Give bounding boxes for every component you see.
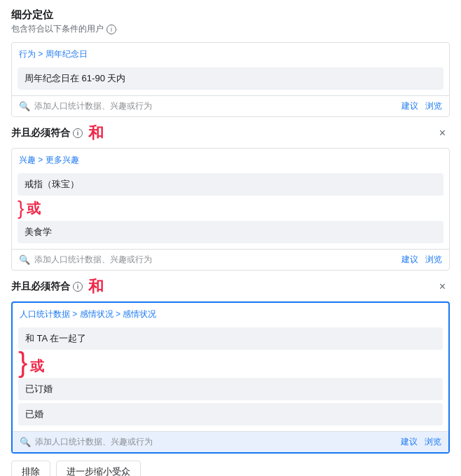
condition-block-1: 行为 > 周年纪念日 周年纪念日在 61-90 天内 🔍 添加人口统计数据、兴趣…	[11, 42, 450, 117]
or-label-2: 或	[27, 199, 41, 218]
narrow-button[interactable]: 进一步缩小受众	[56, 461, 141, 476]
tag-item-3c: 已婚	[18, 403, 443, 426]
tag-item-1: 周年纪念日在 61-90 天内	[18, 67, 443, 90]
search-actions-3: 建议 浏览	[401, 436, 441, 448]
search-icon-3: 🔍	[20, 437, 31, 447]
tag-section-3: 和 TA 在一起了 } 或 已订婚 已婚	[13, 323, 448, 431]
search-input-3[interactable]: 添加人口统计数据、兴趣或行为	[35, 436, 397, 448]
and-chinese-1: 和	[88, 123, 104, 144]
bottom-buttons: 排除 进一步缩小受众	[11, 461, 450, 476]
tag-item-3b: 已订婚	[18, 378, 443, 400]
search-actions-1: 建议 浏览	[401, 100, 442, 112]
breadcrumb-link-3a[interactable]: 人口统计数据	[20, 309, 70, 319]
search-icon-2: 🔍	[19, 254, 30, 265]
search-row-3: 🔍 添加人口统计数据、兴趣或行为 建议 浏览	[13, 431, 448, 452]
and-info-icon-1[interactable]: i	[73, 128, 83, 138]
breadcrumb-1: 行为 > 周年纪念日	[12, 43, 449, 63]
and-info-icon-2[interactable]: i	[73, 282, 83, 292]
or-label-3: 或	[30, 357, 44, 376]
breadcrumb-3: 人口统计数据 > 感情状况 > 感情状况	[13, 303, 448, 323]
breadcrumb-link-2a[interactable]: 兴趣	[19, 155, 36, 165]
tag-section-1: 周年纪念日在 61-90 天内	[12, 63, 449, 95]
search-input-1[interactable]: 添加人口统计数据、兴趣或行为	[34, 100, 397, 112]
tag-item-2b: 美食学	[18, 221, 443, 243]
search-icon-1: 🔍	[19, 101, 30, 111]
search-row-2: 🔍 添加人口统计数据、兴趣或行为 建议 浏览	[12, 249, 449, 270]
breadcrumb-link-2b[interactable]: 更多兴趣	[46, 155, 79, 165]
or-brace-3: }	[18, 348, 27, 376]
browse-link-3[interactable]: 浏览	[425, 436, 441, 448]
page-container: 细分定位 包含符合以下条件的用户 i 行为 > 周年纪念日 周年纪念日在 61-…	[0, 0, 461, 476]
suggest-link-1[interactable]: 建议	[401, 100, 418, 112]
and-label-1: 并且必须符合 i 和	[11, 123, 104, 144]
breadcrumb-link-3c[interactable]: 感情状况	[123, 309, 156, 319]
search-input-2[interactable]: 添加人口统计数据、兴趣或行为	[34, 254, 397, 266]
tag-item-3a: 和 TA 在一起了	[18, 327, 443, 350]
and-chinese-2: 和	[88, 276, 104, 297]
condition-block-3: 人口统计数据 > 感情状况 > 感情状况 和 TA 在一起了 } 或 已订婚 已…	[11, 301, 450, 454]
and-row-1: 并且必须符合 i 和 ×	[11, 123, 450, 144]
info-icon[interactable]: i	[106, 25, 116, 34]
browse-link-1[interactable]: 浏览	[425, 100, 442, 112]
and-label-2: 并且必须符合 i 和	[11, 276, 104, 297]
section-title: 细分定位	[11, 8, 450, 22]
breadcrumb-link-1b[interactable]: 周年纪念日	[46, 49, 88, 59]
tag-section-2: 戒指（珠宝） } 或 美食学	[12, 169, 449, 249]
or-brace-2: }	[18, 197, 24, 219]
breadcrumb-2: 兴趣 > 更多兴趣	[12, 149, 449, 169]
exclude-button[interactable]: 排除	[11, 461, 50, 476]
search-row-1: 🔍 添加人口统计数据、兴趣或行为 建议 浏览	[12, 95, 449, 116]
breadcrumb-link-3b[interactable]: 感情状况	[80, 309, 113, 319]
tag-item-2a: 戒指（珠宝）	[18, 173, 443, 196]
section-subtitle: 包含符合以下条件的用户 i	[11, 23, 450, 35]
suggest-link-3[interactable]: 建议	[401, 436, 418, 448]
breadcrumb-link-1a[interactable]: 行为	[19, 49, 36, 59]
browse-link-2[interactable]: 浏览	[425, 254, 442, 266]
and-row-2: 并且必须符合 i 和 ×	[11, 276, 450, 297]
close-button-2[interactable]: ×	[435, 280, 450, 294]
close-button-1[interactable]: ×	[435, 126, 450, 140]
search-actions-2: 建议 浏览	[401, 254, 442, 266]
condition-block-2: 兴趣 > 更多兴趣 戒指（珠宝） } 或 美食学 🔍 添加人口统计数据、兴趣或行…	[11, 148, 450, 271]
suggest-link-2[interactable]: 建议	[401, 254, 418, 266]
